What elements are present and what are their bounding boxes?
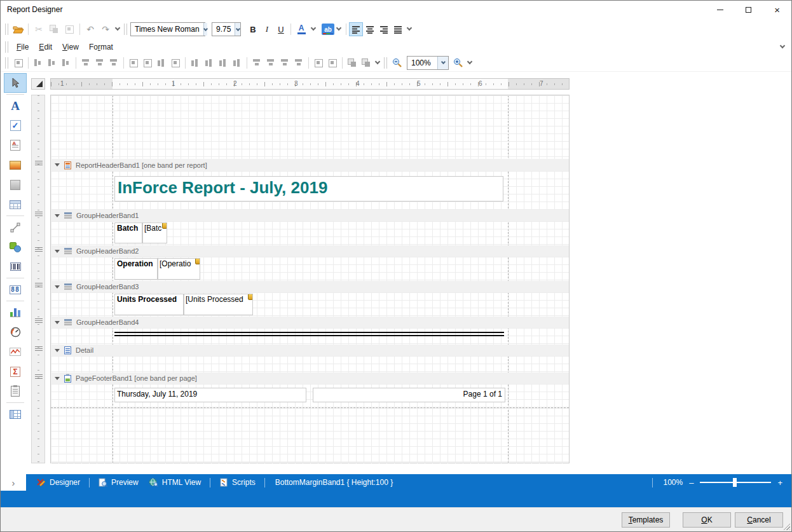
make-same-width-button[interactable]	[126, 56, 140, 70]
toolbox-item-chart[interactable]	[4, 303, 27, 322]
toolbox-item-rich-text[interactable]: A	[4, 135, 27, 155]
menu-file[interactable]: File	[11, 41, 34, 53]
bottom-margin-area[interactable]	[51, 408, 569, 463]
cut-button[interactable]: ✂	[31, 22, 46, 37]
toolbox-item-shape[interactable]	[4, 237, 27, 257]
redo-button[interactable]: ↷	[98, 22, 113, 37]
align-left-button[interactable]	[349, 22, 363, 36]
zoom-in-button[interactable]	[451, 56, 465, 70]
zoom-level-select[interactable]: 100%	[407, 56, 449, 70]
snap-to-grid-button[interactable]	[11, 56, 25, 70]
remove-vertical-spacing-button[interactable]	[292, 56, 306, 70]
page-footer-content[interactable]: Thursday, July 11, 2019 Page 1 of 1	[51, 384, 569, 408]
band-handle-icon[interactable]	[35, 346, 43, 351]
size-to-grid-button[interactable]	[140, 56, 154, 70]
report-title-label[interactable]: InForce Report - July, 2019	[114, 176, 503, 201]
band-header-group-header-4[interactable]: GroupHeaderBand4	[51, 317, 569, 328]
toolbox-item-panel[interactable]	[4, 175, 27, 194]
toolbox-item-line[interactable]	[4, 217, 27, 237]
copy-button[interactable]	[46, 22, 62, 37]
band-handle-icon[interactable]	[35, 283, 43, 287]
collapse-triangle-icon[interactable]	[55, 214, 60, 217]
align-center-button[interactable]	[363, 22, 377, 36]
underline-button[interactable]: U	[274, 22, 288, 36]
font-size-dropdown-button[interactable]	[235, 23, 240, 36]
toolbox-item-pointer[interactable]	[4, 73, 27, 93]
design-surface[interactable]: ReportHeaderBand1 [one band per report] …	[50, 95, 570, 463]
menu-view[interactable]: View	[57, 41, 84, 53]
open-button[interactable]	[11, 22, 25, 36]
toolbox-item-barcode[interactable]	[4, 257, 27, 276]
toolbox-item-sparkline[interactable]	[4, 342, 27, 362]
group-header-3-content[interactable]: Units Processed [Units Processed	[51, 292, 569, 317]
toolbox-item-gauge[interactable]	[4, 322, 27, 342]
align-centers-button[interactable]	[45, 56, 59, 70]
text-toolbar-overflow-button[interactable]	[405, 22, 414, 36]
band-header-group-header-2[interactable]: GroupHeaderBand2	[51, 245, 569, 257]
decrease-vertical-spacing-button[interactable]	[278, 56, 292, 70]
band-header-page-footer[interactable]: PageFooterBand1 [one band per page]	[51, 372, 569, 384]
toolbox-item-pivot-grid[interactable]	[4, 404, 27, 424]
align-justify-button[interactable]	[391, 22, 405, 36]
toolbox-item-label[interactable]: A	[4, 96, 27, 116]
top-margin-area[interactable]	[51, 95, 569, 159]
collapse-triangle-icon[interactable]	[55, 285, 60, 289]
font-color-dropdown-button[interactable]	[309, 22, 318, 36]
units-processed-field[interactable]: [Units Processed	[184, 294, 253, 315]
align-rights-button[interactable]	[59, 56, 73, 70]
toolbox-item-sigma[interactable]: Σ	[4, 362, 27, 381]
group-header-1-content[interactable]: Batch [Batc	[51, 221, 569, 245]
zoom-slider-plus-button[interactable]: +	[777, 478, 782, 488]
undo-history-button[interactable]	[113, 22, 122, 36]
zoom-slider[interactable]	[700, 482, 771, 483]
menu-edit[interactable]: Edit	[34, 41, 57, 53]
font-name-select[interactable]: Times New Roman	[130, 22, 205, 36]
font-size-select[interactable]: 9.75	[212, 22, 241, 36]
equal-horizontal-spacing-button[interactable]	[188, 56, 202, 70]
footer-page-info-label[interactable]: Page 1 of 1	[313, 388, 505, 402]
undo-button[interactable]: ↶	[83, 22, 98, 37]
font-name-dropdown-button[interactable]	[203, 23, 207, 36]
footer-date-label[interactable]: Thursday, July 11, 2019	[114, 388, 306, 402]
bring-to-front-button[interactable]	[345, 56, 359, 70]
collapse-triangle-icon[interactable]	[55, 377, 60, 380]
make-same-size-button[interactable]	[168, 56, 182, 70]
tab-html-view[interactable]: HTML View	[144, 474, 206, 491]
layout-toolbar-overflow-button[interactable]	[373, 56, 382, 70]
highlight-dropdown-button[interactable]	[334, 22, 343, 36]
collapse-triangle-icon[interactable]	[55, 250, 60, 253]
align-right-button[interactable]	[377, 22, 391, 36]
paste-button[interactable]	[62, 22, 77, 37]
menubar-overflow-button[interactable]	[780, 40, 789, 54]
make-same-height-button[interactable]	[154, 56, 168, 70]
decrease-horizontal-spacing-button[interactable]	[216, 56, 230, 70]
band-handle-icon[interactable]	[35, 374, 43, 379]
double-line-element[interactable]	[114, 332, 504, 336]
group-header-4-content[interactable]	[51, 328, 569, 344]
increase-vertical-spacing-button[interactable]	[264, 56, 278, 70]
zoom-options-button[interactable]	[465, 56, 474, 70]
align-tops-button[interactable]	[79, 56, 93, 70]
bold-button[interactable]: B	[246, 22, 260, 36]
font-color-button[interactable]: A	[294, 22, 309, 36]
band-handle-icon[interactable]	[35, 212, 43, 216]
collapse-triangle-icon[interactable]	[55, 163, 60, 167]
toolbox-item-page-info[interactable]	[4, 381, 27, 401]
cancel-button[interactable]: Cancel	[735, 512, 783, 528]
band-header-report-header[interactable]: ReportHeaderBand1 [one band per report]	[51, 159, 569, 171]
band-handle-icon[interactable]	[35, 247, 43, 252]
increase-horizontal-spacing-button[interactable]	[202, 56, 216, 70]
zoom-level-dropdown-button[interactable]	[437, 57, 448, 69]
zoom-out-button[interactable]	[390, 56, 404, 70]
remove-horizontal-spacing-button[interactable]	[230, 56, 244, 70]
center-vertically-button[interactable]	[325, 56, 339, 70]
band-header-detail[interactable]: Detail	[51, 344, 569, 356]
units-processed-label[interactable]: Units Processed	[114, 294, 184, 315]
operation-field[interactable]: [Operatio	[158, 258, 200, 280]
templates-button[interactable]: Templates	[622, 512, 670, 528]
tab-designer[interactable]: Designer	[31, 474, 85, 491]
close-button[interactable]: ×	[763, 1, 791, 18]
band-handle-icon[interactable]	[35, 318, 43, 323]
toolbox-item-zip-code[interactable]: 88	[4, 280, 27, 299]
align-bottoms-button[interactable]	[107, 56, 121, 70]
